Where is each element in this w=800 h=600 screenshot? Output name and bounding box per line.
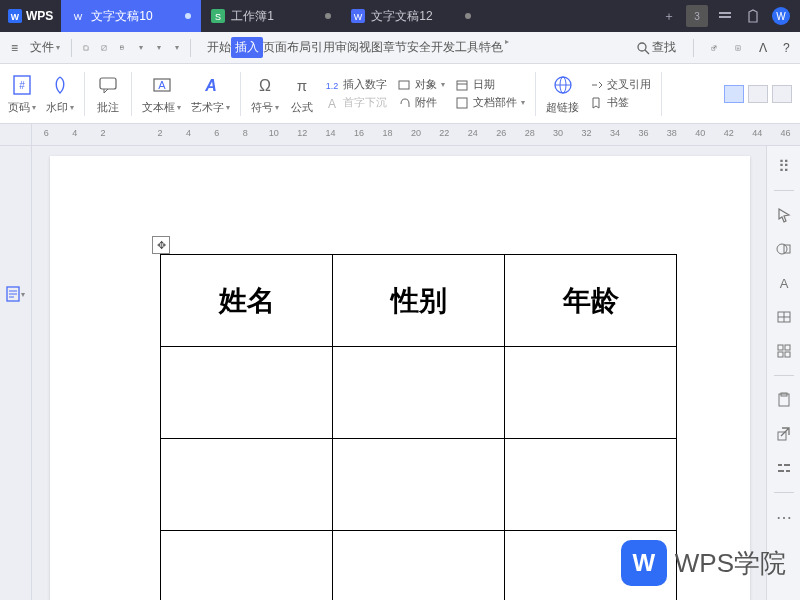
wordart-button[interactable]: A 艺术字▾ — [191, 72, 230, 115]
insert-number-button[interactable]: 1.2插入数字 — [325, 77, 387, 92]
table-cell[interactable]: 年龄 — [505, 255, 677, 347]
crossref-icon — [589, 78, 603, 92]
save-button[interactable] — [78, 40, 94, 56]
export-icon[interactable] — [774, 424, 794, 444]
skin-button[interactable] — [742, 5, 764, 27]
doc-tab-3[interactable]: W 文字文稿12 — [341, 0, 481, 32]
formula-button[interactable]: π 公式 — [289, 72, 315, 115]
tab-dev[interactable]: 开发工具 — [431, 37, 479, 58]
table-cell[interactable] — [161, 439, 333, 531]
doc-tab-1[interactable]: W 文字文稿10 — [61, 0, 201, 32]
tab-feature[interactable]: 特色 — [479, 37, 503, 58]
more-tools-icon[interactable]: ⋯ — [774, 507, 794, 527]
table-cell[interactable]: 姓名 — [161, 255, 333, 347]
ruler-area: 6422468101214161820222426283032343638404… — [0, 124, 800, 146]
table-cell[interactable] — [505, 347, 677, 439]
watermark-button[interactable]: 水印▾ — [46, 72, 74, 115]
textbox-button[interactable]: A 文本框▾ — [142, 72, 181, 115]
settings-icon[interactable] — [774, 458, 794, 478]
svg-rect-13 — [120, 47, 123, 49]
dropcap-icon: A — [325, 96, 339, 110]
print-button[interactable] — [114, 40, 130, 56]
date-button[interactable]: 日期 — [455, 77, 525, 92]
share-button[interactable] — [706, 40, 722, 56]
ruler-mark: 10 — [260, 128, 288, 138]
cross-ref-button[interactable]: 交叉引用 — [589, 77, 651, 92]
tab-reference[interactable]: 引用 — [311, 37, 335, 58]
list-tabs-button[interactable] — [714, 5, 736, 27]
print-preview-button[interactable] — [96, 40, 112, 56]
ruler-mark: 28 — [515, 128, 543, 138]
tab-insert[interactable]: 插入 — [231, 37, 263, 58]
table-tool-icon[interactable] — [774, 307, 794, 327]
tab-review[interactable]: 审阅 — [335, 37, 359, 58]
new-tab-button[interactable]: ＋ — [658, 5, 680, 27]
export-button[interactable] — [730, 40, 746, 56]
table-cell[interactable] — [161, 531, 333, 601]
file-menu[interactable]: 文件 ▾ — [25, 36, 65, 59]
ruler-mark: 26 — [487, 128, 515, 138]
text-style-icon[interactable]: A — [774, 273, 794, 293]
bookmark-button[interactable]: 书签 — [589, 95, 651, 110]
view-mode-1[interactable] — [724, 85, 744, 103]
table-cell[interactable] — [161, 347, 333, 439]
tab-chapter[interactable]: 章节 — [383, 37, 407, 58]
table-row[interactable] — [161, 531, 677, 601]
ruler-mark: 22 — [430, 128, 458, 138]
paste-button[interactable]: ▾ — [132, 40, 148, 56]
clipboard-icon[interactable] — [774, 390, 794, 410]
right-side-panel: ⠿ A ⋯ — [766, 146, 800, 600]
ribbon-tabs: 开始 插入 页面布局 引用 审阅 视图 章节 安全 开发工具 特色 ▸ — [207, 37, 509, 58]
horizontal-ruler[interactable]: 6422468101214161820222426283032343638404… — [32, 124, 800, 145]
annotation-button[interactable]: 批注 — [95, 72, 121, 115]
symbol-button[interactable]: Ω 符号▾ — [251, 72, 279, 115]
object-button[interactable]: 对象▾ — [397, 77, 445, 92]
menu-button[interactable]: ≡ — [6, 38, 23, 58]
attachment-button[interactable]: 附件 — [397, 95, 445, 110]
document-table[interactable]: 姓名 性别 年龄 — [160, 254, 677, 600]
help-button[interactable]: ? — [778, 40, 794, 56]
view-mode-3[interactable] — [772, 85, 792, 103]
object-group: 对象▾ 附件 — [397, 77, 445, 110]
table-cell[interactable] — [505, 439, 677, 531]
search-button[interactable]: 查找 — [631, 36, 681, 59]
table-cell[interactable]: 性别 — [333, 255, 505, 347]
table-row[interactable] — [161, 439, 677, 531]
hyperlink-button[interactable]: 超链接 — [546, 72, 579, 115]
separator — [693, 39, 694, 57]
view-buttons — [724, 85, 792, 103]
symbol-icon: Ω — [252, 72, 278, 98]
table-cell[interactable] — [333, 531, 505, 601]
table-cell[interactable] — [333, 347, 505, 439]
chevron-down-icon: ▾ — [21, 290, 25, 299]
drag-handle-icon[interactable]: ⠿ — [774, 156, 794, 176]
table-cell[interactable] — [333, 439, 505, 531]
page-nav-icon[interactable]: ▾ — [6, 286, 25, 302]
grid-tool-icon[interactable] — [774, 341, 794, 361]
redo-button[interactable]: ▾ — [168, 40, 184, 56]
tab-security[interactable]: 安全 — [407, 37, 431, 58]
shape-tool-icon[interactable] — [774, 239, 794, 259]
doc-tab-2[interactable]: S 工作簿1 — [201, 0, 341, 32]
wps-icon: W — [8, 9, 22, 23]
document-page[interactable]: ✥ 姓名 性别 年龄 — [50, 156, 750, 600]
select-tool-icon[interactable] — [774, 205, 794, 225]
vertical-ruler[interactable]: ▾ — [0, 146, 32, 600]
page-number-button[interactable]: # 页码▾ — [8, 72, 36, 115]
tab-start[interactable]: 开始 — [207, 37, 231, 58]
tab-pagelayout[interactable]: 页面布局 — [263, 37, 311, 58]
separator — [774, 190, 794, 191]
undo-button[interactable]: ▾ — [150, 40, 166, 56]
ruler-mark: 2 — [146, 128, 174, 138]
table-move-handle[interactable]: ✥ — [152, 236, 170, 254]
doc-icon: W — [71, 9, 85, 23]
doc-parts-button[interactable]: 文档部件▾ — [455, 95, 525, 110]
tab-count-badge[interactable]: 3 — [686, 5, 708, 27]
insert-group: 1.2插入数字 A首字下沉 — [325, 77, 387, 110]
avatar-button[interactable]: W — [770, 5, 792, 27]
view-mode-2[interactable] — [748, 85, 768, 103]
table-row[interactable] — [161, 347, 677, 439]
tab-view[interactable]: 视图 — [359, 37, 383, 58]
collapse-ribbon-button[interactable]: ᐱ — [754, 40, 770, 56]
table-row[interactable]: 姓名 性别 年龄 — [161, 255, 677, 347]
